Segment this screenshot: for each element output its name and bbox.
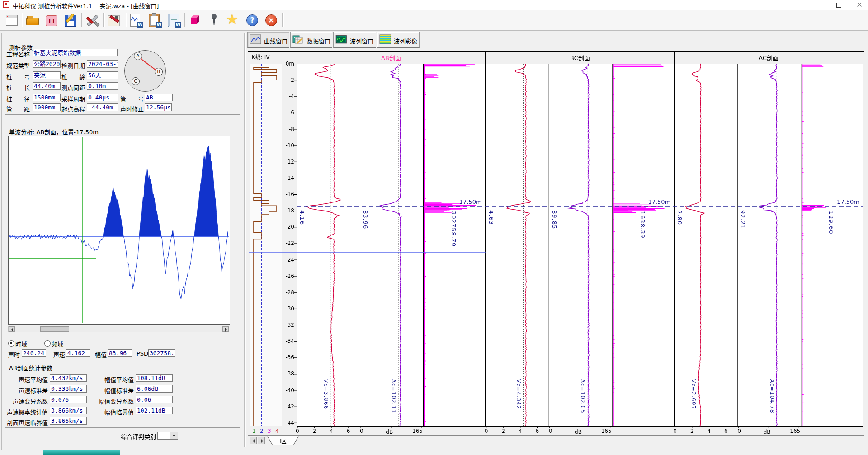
toolbar-separator (103, 13, 105, 27)
mode-radio-freq[interactable] (44, 340, 51, 347)
waveform-scrollbar[interactable] (8, 326, 229, 332)
wave-field-input[interactable]: 302758.7 (148, 349, 175, 357)
param-input[interactable]: 0.10m (87, 82, 118, 90)
depth-tick-label: -24 (280, 257, 294, 263)
new-window-icon[interactable] (4, 12, 20, 28)
sheet-tab-label: I区 (267, 437, 299, 445)
param-label: 桩 号 (6, 72, 30, 81)
stat-input[interactable]: 3.866km/s (50, 407, 87, 414)
velocity-axis-tick: 4 (330, 428, 333, 434)
wave-field-input[interactable]: 4.162 (66, 349, 90, 357)
cursor-psd-value: 1638.39 (639, 211, 646, 239)
exit-icon[interactable]: × (263, 12, 279, 28)
stat-input[interactable]: 6.06dB (136, 385, 173, 393)
toolbar-separator (81, 13, 83, 27)
param-input[interactable]: 公路2020 (33, 60, 61, 68)
settings-tool-icon[interactable] (106, 12, 122, 28)
verdict-combobox[interactable] (157, 432, 178, 440)
combo-dropdown-arrow-icon[interactable] (170, 432, 178, 439)
sheet-tab-prev-arrow[interactable] (250, 437, 257, 444)
velocity-axis-tick: 2 (501, 428, 505, 434)
depth-tick-label: -22 (280, 240, 294, 246)
stat-input[interactable]: 4.432km/s (50, 374, 87, 382)
stat-label: 幅值临界值 (84, 408, 134, 416)
velocity-axis-tick: 0 (296, 428, 299, 434)
toolbar-separator (21, 13, 23, 27)
pile-params-title: 测桩参数 (7, 43, 34, 52)
doc-tab-2[interactable]: 数据窗口 (290, 32, 332, 48)
stat-label: 声速平均值 (3, 375, 48, 384)
panel-splitter[interactable] (244, 33, 246, 447)
stat-input[interactable]: 108.11dB (136, 374, 173, 382)
export-wave-doc-icon[interactable]: W (127, 12, 144, 28)
db-axis-max: 165 (601, 428, 612, 434)
stat-input[interactable]: 0.338km/s (50, 385, 87, 393)
depth-tick-label: -14 (280, 175, 294, 181)
stat-input[interactable]: 0.076 (50, 396, 87, 403)
tools-icon[interactable] (84, 12, 100, 28)
depth-tick-label: -42 (280, 403, 294, 410)
probe-pin-icon[interactable] (206, 12, 222, 28)
doc-tab-4[interactable]: 波列彩像 (377, 32, 420, 48)
toolbar-separator (184, 13, 186, 27)
stat-input[interactable]: 0.06 (136, 396, 173, 403)
param-input[interactable]: 56天 (87, 71, 118, 79)
font-tt-icon[interactable]: TT (43, 12, 60, 28)
depth-tick-label: -28 (280, 289, 294, 296)
cursor-amplitude-value: 89.85 (551, 210, 558, 229)
depth-tick-label: -18 (280, 207, 294, 214)
doc-tab-1[interactable]: 曲线窗口 (247, 32, 289, 48)
minimize-button[interactable] (807, 0, 828, 10)
depth-tick-label: -30 (280, 305, 294, 312)
scrollbar-thumb[interactable] (40, 326, 69, 332)
doc-tab-3[interactable]: 波列窗口 (333, 32, 376, 48)
wave-field-input[interactable]: 240.24 (22, 349, 46, 357)
wave-field-input[interactable]: 83.96 (108, 349, 132, 357)
param-label: 桩 长 (6, 83, 30, 92)
velocity-axis-tick: 2 (690, 428, 694, 434)
mode-radio-time[interactable] (8, 340, 14, 347)
sheet-tab-next-arrow[interactable] (258, 437, 265, 444)
notebook-doc-icon[interactable]: W (165, 12, 182, 28)
waveform-canvas[interactable] (9, 136, 229, 324)
title-bar: 中拓科仪 测桩分析软件Ver1.1 夹泥.wza - [曲线窗口] (0, 0, 868, 10)
param-input[interactable]: AB (145, 94, 173, 101)
profile-chart-window[interactable]: K线: IV AB剖面 BC剖面 AC剖面 0m-2-4-6-8-10-12-1… (247, 50, 865, 446)
close-button[interactable] (849, 0, 868, 10)
doc-tab-label: 波列窗口 (350, 37, 373, 45)
param-input[interactable]: 1500mm (33, 94, 61, 101)
db-axis-min: 0 (360, 428, 363, 434)
param-input[interactable]: 2024-03-15 (87, 60, 118, 68)
stat-input[interactable]: 102.11dB (136, 407, 173, 414)
sheet-tab-zone1[interactable]: I区 (267, 436, 299, 445)
cursor-depth-label: -17.50m (642, 198, 670, 205)
velocity-axis-tick: 6 (536, 428, 539, 434)
param-input[interactable]: 1000mm (33, 103, 61, 111)
help-icon[interactable]: ? (244, 12, 260, 28)
param-input[interactable]: -44.40m (87, 103, 118, 111)
maximize-button[interactable] (828, 0, 849, 10)
favorite-star-icon[interactable]: ★ (225, 12, 241, 28)
scroll-left-arrow[interactable] (9, 326, 15, 332)
param-input[interactable]: 桩基夹泥原始数据 (33, 49, 118, 56)
stat-input[interactable]: 3.866km/s (50, 417, 87, 425)
report-doc-icon[interactable]: W (146, 12, 163, 28)
scroll-right-arrow[interactable] (222, 326, 229, 332)
param-input[interactable]: 12.56μs (145, 103, 172, 111)
param-input[interactable]: 44.40m (33, 82, 61, 90)
waveform-plot[interactable] (8, 136, 230, 325)
open-folder-icon[interactable] (24, 12, 41, 28)
wave-field-label: 声速 (53, 350, 65, 359)
depth-tick-label: -8 (280, 126, 294, 132)
save-icon[interactable] (62, 12, 79, 28)
param-input[interactable]: 0.40μs (87, 94, 118, 101)
param-input[interactable]: 夹泥 (33, 71, 61, 79)
param-label: 规范类型 (6, 61, 30, 70)
data-window-icon (292, 34, 305, 45)
stat-label: 幅值标准差 (84, 386, 134, 394)
doc-tab-label: 曲线窗口 (264, 37, 288, 45)
depth-tick-label: -44 (280, 420, 294, 426)
depth-tick-label: -12 (280, 159, 294, 165)
cube-3d-icon[interactable] (187, 12, 203, 28)
wave-field-label: 声时 (8, 350, 20, 359)
